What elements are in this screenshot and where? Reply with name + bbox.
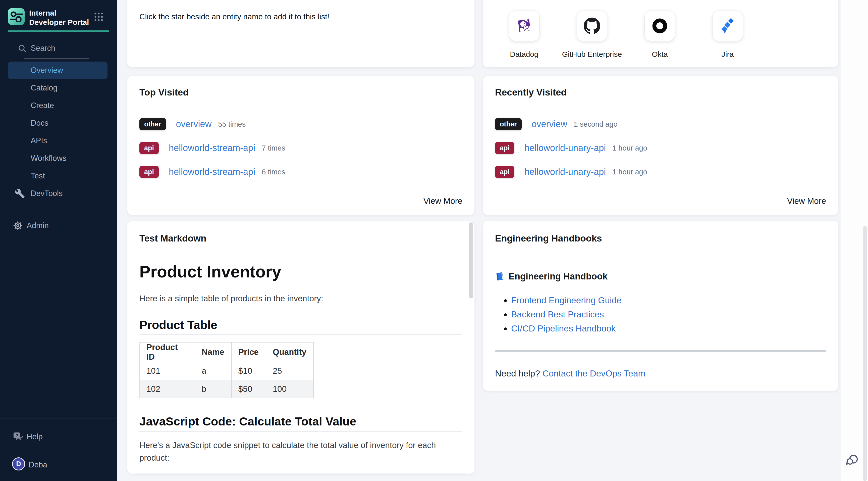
sidebar-item-catalog[interactable]: Catalog <box>0 79 117 97</box>
table-cell: a <box>195 362 231 380</box>
okta-icon <box>651 18 668 34</box>
entity-link[interactable]: helloworld-unary-api <box>524 167 606 177</box>
tool-tile <box>645 11 675 41</box>
sidebar-item-overview[interactable]: Overview <box>0 62 117 79</box>
card-title: Recently Visited <box>495 87 567 98</box>
markdown-paragraph: Here is a simple table of products in th… <box>140 292 462 305</box>
toolkit-item-datadog[interactable]: Datadog <box>490 11 558 59</box>
app-window: Internal Developer Portal Search Overvie… <box>0 0 868 481</box>
sidebar-item-label: APIs <box>31 136 47 145</box>
handbook-section-heading: Engineering Handbook <box>495 271 826 282</box>
tool-label: GitHub Enterprise <box>562 50 622 59</box>
tool-label: Datadog <box>510 50 538 59</box>
handbook-link[interactable]: Frontend Engineering Guide <box>511 295 622 305</box>
sidebar-item-admin[interactable]: Admin <box>0 217 117 235</box>
entity-link[interactable]: helloworld-unary-api <box>524 143 606 153</box>
top-visited-card: Top Visited other overview 55 times api … <box>127 76 475 215</box>
handbook-section-label: Engineering Handbook <box>508 271 608 282</box>
visit-count: 6 times <box>262 168 285 176</box>
visit-row: api helloworld-stream-api 6 times <box>140 166 462 178</box>
sidebar-item-help[interactable]: ? Help <box>0 428 117 446</box>
feedback-chat-icon[interactable] <box>844 452 860 469</box>
sidebar-item-label: Docs <box>31 119 49 128</box>
visit-row: other overview 1 second ago <box>495 118 826 130</box>
tool-label: Jira <box>721 50 734 59</box>
brand: Internal Developer Portal <box>8 8 89 27</box>
sidebar-search[interactable]: Search <box>0 40 117 56</box>
view-more-link[interactable]: View More <box>787 196 826 206</box>
toolkit-item-github-enterprise[interactable]: GitHub Enterprise <box>558 11 626 59</box>
view-more-link[interactable]: View More <box>424 196 462 206</box>
engineering-handbooks-card: Engineering Handbooks Engineering Handbo… <box>483 221 838 391</box>
visit-list: other overview 55 times api helloworld-s… <box>140 118 462 190</box>
starred-entities-card: Click the star beside an entity name to … <box>127 0 475 67</box>
need-help-text: Need help? <box>495 368 542 378</box>
table-header-cell: Price <box>231 342 266 362</box>
handbook-link[interactable]: Backend Best Practices <box>511 309 604 319</box>
list-item: Backend Best Practices <box>511 307 826 322</box>
sidebar-item-label: Test <box>31 171 45 180</box>
table-cell: $50 <box>231 380 266 398</box>
datadog-icon <box>516 18 532 34</box>
brand-accent-divider <box>8 30 109 32</box>
handbook-links: Frontend Engineering Guide Backend Best … <box>495 293 826 335</box>
kind-badge: other <box>495 118 522 130</box>
page-scrollbar-thumb[interactable] <box>863 226 867 481</box>
sidebar-item-create[interactable]: Create <box>0 97 117 114</box>
kind-badge: api <box>495 166 515 178</box>
kind-badge: api <box>140 166 159 178</box>
sidebar-item-label: Help <box>27 432 43 441</box>
handbook-link[interactable]: CI/CD Pipelines Handbook <box>511 324 616 333</box>
entity-link[interactable]: overview <box>176 119 212 129</box>
entity-link[interactable]: helloworld-stream-api <box>169 143 255 153</box>
sidebar-item-label: Admin <box>27 221 49 230</box>
card-title: Test Markdown <box>140 233 462 244</box>
sidebar-item-devtools[interactable]: DevTools <box>0 185 117 202</box>
visit-count: 7 times <box>262 144 285 152</box>
tool-tile <box>577 11 607 41</box>
kind-badge: other <box>140 118 166 130</box>
visit-row: api helloworld-stream-api 7 times <box>140 142 462 154</box>
visit-row: other overview 55 times <box>140 118 462 130</box>
visit-time: 1 second ago <box>574 120 618 128</box>
visit-row: api helloworld-unary-api 1 hour ago <box>495 166 826 178</box>
entity-link[interactable]: overview <box>532 119 567 129</box>
table-cell: $10 <box>231 362 266 380</box>
toolkit-item-okta[interactable]: Okta <box>626 11 694 59</box>
code-block: const products = [ <box>133 473 468 474</box>
markdown-h2-product-table: Product Table <box>140 318 462 332</box>
contact-devops-link[interactable]: Contact the DevOps Team <box>542 368 646 378</box>
entity-link[interactable]: helloworld-stream-api <box>169 167 255 177</box>
sidebar-item-apis[interactable]: APIs <box>0 132 117 150</box>
user-menu[interactable]: D Deba <box>0 457 117 473</box>
kind-badge: api <box>140 142 159 154</box>
sidebar-item-label: Catalog <box>31 84 58 92</box>
test-markdown-card: Test Markdown Product Inventory Here is … <box>127 221 475 474</box>
kind-badge: api <box>495 142 515 154</box>
starred-empty-message: Click the star beside an entity name to … <box>140 12 329 21</box>
brand-title: Internal Developer Portal <box>29 8 89 27</box>
sidebar-item-label: DevTools <box>31 189 63 198</box>
user-name: Deba <box>29 460 47 470</box>
heading-rule <box>140 334 462 335</box>
main-content: Click the star beside an entity name to … <box>117 0 868 481</box>
markdown-body: Test Markdown Product Inventory Here is … <box>140 233 462 474</box>
list-item: CI/CD Pipelines Handbook <box>511 322 826 335</box>
toolkit-list: Datadog GitHub Enterprise <box>490 11 762 59</box>
sidebar-item-test[interactable]: Test <box>0 167 117 185</box>
markdown-paragraph: Here's a JavaScript code snippet to calc… <box>140 439 462 464</box>
card-scrollbar-thumb[interactable] <box>469 222 473 298</box>
handbooks-body: Engineering Handbooks Engineering Handbo… <box>495 233 826 379</box>
toolkit-item-jira[interactable]: Jira <box>694 11 762 59</box>
table-header-cell: Product ID <box>140 342 195 362</box>
list-item: Frontend Engineering Guide <box>511 293 826 307</box>
sidebar: Internal Developer Portal Search Overvie… <box>0 0 117 481</box>
table-header-cell: Name <box>195 342 231 362</box>
search-label: Search <box>31 44 55 53</box>
sidebar-item-workflows[interactable]: Workflows <box>0 150 117 167</box>
apps-grid-icon[interactable] <box>94 12 103 22</box>
sidebar-item-docs[interactable]: Docs <box>0 114 117 132</box>
table-cell: 101 <box>140 362 195 380</box>
heading-rule <box>140 431 462 432</box>
search-divider <box>24 58 89 59</box>
